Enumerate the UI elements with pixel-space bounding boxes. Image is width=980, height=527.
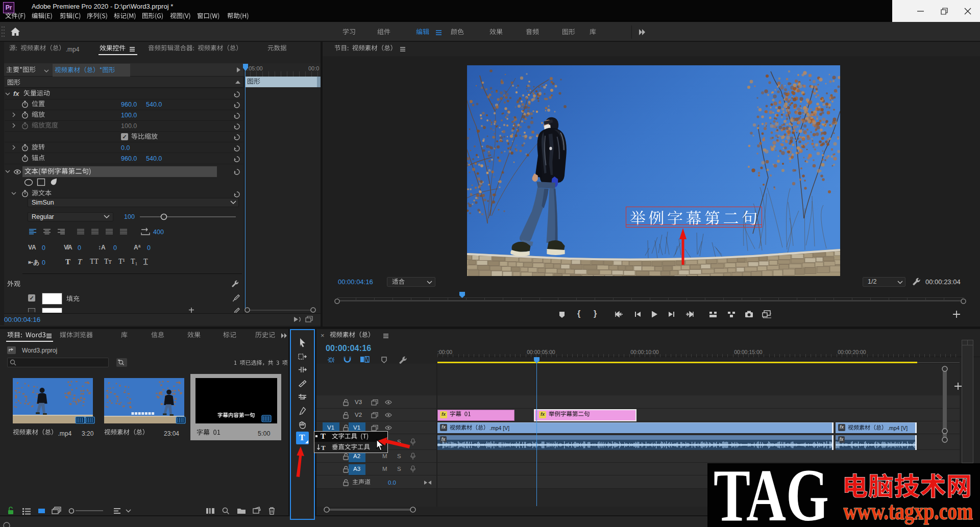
svg-text:TAG: TAG [714,458,829,525]
svg-text:↕A: ↕A [98,244,106,251]
svg-text:T: T [321,444,326,451]
svg-text:VA: VA [28,244,36,251]
svg-text:⇤あ: ⇤あ [28,259,39,266]
svg-text:www.tagxp.com: www.tagxp.com [843,497,973,524]
svg-text:Aª: Aª [134,244,141,251]
svg-text:V̸A: V̸A [64,244,72,251]
